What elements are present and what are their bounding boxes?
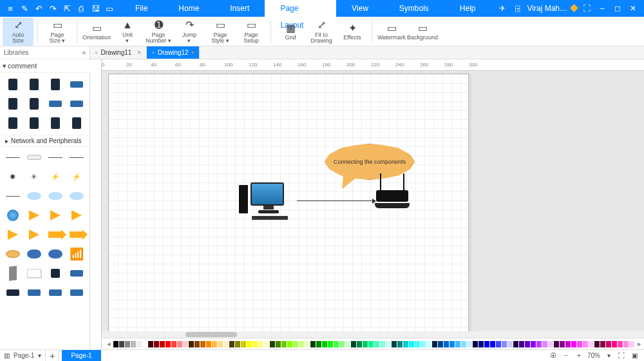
color-chip[interactable]	[467, 341, 472, 347]
ribbon-page[interactable]: ➊Page Number ▾	[143, 17, 174, 46]
color-chip[interactable]	[287, 341, 292, 347]
color-chip[interactable]	[212, 341, 217, 347]
color-chip[interactable]	[218, 341, 223, 347]
color-chip[interactable]	[473, 341, 478, 347]
close-icon[interactable]: ✕	[627, 3, 639, 14]
color-chip[interactable]	[137, 341, 142, 347]
undo-icon[interactable]: ↶	[32, 2, 45, 15]
minimize-icon[interactable]: –	[596, 3, 608, 14]
presentation-icon[interactable]: ⦿	[549, 352, 558, 359]
color-chip[interactable]	[357, 341, 362, 347]
color-chip[interactable]	[536, 341, 542, 347]
color-chip[interactable]	[409, 341, 414, 347]
shape-ellipse[interactable]	[3, 245, 23, 263]
color-chip[interactable]	[589, 341, 594, 347]
color-chip[interactable]	[142, 341, 147, 347]
color-chip[interactable]	[235, 341, 240, 347]
ribbon-watermark[interactable]: ▭Watermark	[376, 17, 407, 46]
shape-server[interactable]	[3, 75, 23, 93]
connector-line[interactable]	[297, 200, 375, 201]
shape-switch[interactable]	[46, 284, 66, 302]
color-chip[interactable]	[415, 341, 420, 347]
ribbon-jump[interactable]: ↷Jump ▾	[174, 17, 205, 46]
color-chip[interactable]	[131, 341, 136, 347]
shape-arrow-bar[interactable]	[46, 226, 66, 244]
collapse-libraries-icon[interactable]: «	[82, 49, 86, 56]
color-chip[interactable]	[183, 341, 188, 347]
drawing-page[interactable]: Connecting the components	[108, 73, 469, 331]
menu-icon[interactable]: ≡	[4, 2, 17, 15]
color-chip[interactable]	[560, 341, 565, 347]
menu-file[interactable]: File	[120, 0, 163, 17]
color-chip[interactable]	[421, 341, 426, 347]
color-chip[interactable]	[392, 341, 397, 347]
redo-icon[interactable]: ↷	[46, 2, 59, 15]
color-chip[interactable]	[565, 341, 571, 347]
ribbon-fitto[interactable]: ⤢Fit to Drawing	[306, 17, 337, 46]
page-selector-chevron-icon[interactable]: ▾	[38, 352, 41, 359]
zoom-out-icon[interactable]: −	[562, 352, 571, 359]
color-chip[interactable]	[363, 341, 368, 347]
color-chip[interactable]	[270, 341, 275, 347]
color-chip[interactable]	[125, 341, 130, 347]
user-name[interactable]: Viraj Mah…	[527, 4, 567, 13]
shape-server[interactable]	[46, 114, 66, 132]
color-chip[interactable]	[554, 341, 559, 347]
open-icon[interactable]: ▭	[103, 2, 116, 15]
color-chip[interactable]	[618, 341, 623, 347]
save-as-icon[interactable]: 🖫	[89, 2, 102, 15]
shape-cloud[interactable]	[67, 187, 87, 205]
ribbon-page[interactable]: ▭Page Size ▾	[42, 17, 73, 46]
category-network[interactable]: ▸ Network and Peripherals	[1, 135, 88, 147]
fit-icon[interactable]: ⛶	[617, 352, 626, 359]
color-chip[interactable]	[478, 341, 484, 347]
ribbon-effects[interactable]: ✦Effects	[337, 17, 368, 46]
fullscreen-icon[interactable]: ▣	[630, 352, 639, 359]
shape-rack[interactable]	[46, 95, 66, 113]
shape-burst[interactable]: ✺	[3, 168, 23, 186]
shape-rack[interactable]	[67, 95, 87, 113]
page-tab[interactable]: Page-1	[62, 350, 100, 361]
zoom-value[interactable]: 70%	[587, 352, 600, 359]
color-chip[interactable]	[171, 341, 176, 347]
shape-rack[interactable]	[67, 75, 87, 93]
shape-tower[interactable]	[3, 264, 23, 282]
color-chip[interactable]	[264, 341, 269, 347]
color-chip[interactable]	[247, 341, 252, 347]
shape-cloud[interactable]	[24, 187, 44, 205]
shape-line[interactable]	[67, 148, 87, 166]
color-chip[interactable]	[403, 341, 408, 347]
ribbon-page[interactable]: ▭Page Style ▾	[205, 17, 236, 46]
color-chip[interactable]	[276, 341, 281, 347]
ribbon-auto[interactable]: ⤢Auto Size	[3, 17, 33, 46]
shape-box[interactable]	[24, 264, 44, 282]
color-chip[interactable]	[252, 341, 258, 347]
shape-arrow[interactable]	[46, 206, 66, 224]
tab-drawing12[interactable]: ▫Drawing12•	[147, 46, 200, 59]
shape-line[interactable]	[3, 148, 23, 166]
color-chip[interactable]	[513, 341, 518, 347]
zoom-in-icon[interactable]: +	[574, 352, 583, 359]
color-chip[interactable]	[507, 341, 513, 347]
color-chip[interactable]	[519, 341, 524, 347]
maximize-icon[interactable]: ◻	[612, 3, 623, 14]
color-chip[interactable]	[177, 341, 182, 347]
menu-symbols[interactable]: Symbols	[384, 0, 444, 17]
shape-bar[interactable]	[24, 148, 44, 166]
color-chip[interactable]	[502, 341, 507, 347]
shape-arrow-bar[interactable]	[67, 226, 87, 244]
color-chip[interactable]	[113, 341, 118, 347]
menu-view[interactable]: View	[336, 0, 384, 17]
color-chip[interactable]	[577, 341, 582, 347]
color-chip[interactable]	[160, 341, 165, 347]
color-chip[interactable]	[397, 341, 402, 347]
color-chip[interactable]	[438, 341, 443, 347]
color-chip[interactable]	[258, 341, 263, 347]
ribbon-unit[interactable]: ▲Unit ▾	[112, 17, 143, 46]
color-chip[interactable]	[380, 341, 385, 347]
shape-globe[interactable]	[3, 206, 23, 224]
color-chip[interactable]	[334, 341, 339, 347]
color-chip[interactable]	[166, 341, 171, 347]
color-chip[interactable]	[316, 341, 321, 347]
color-chip[interactable]	[241, 341, 246, 347]
